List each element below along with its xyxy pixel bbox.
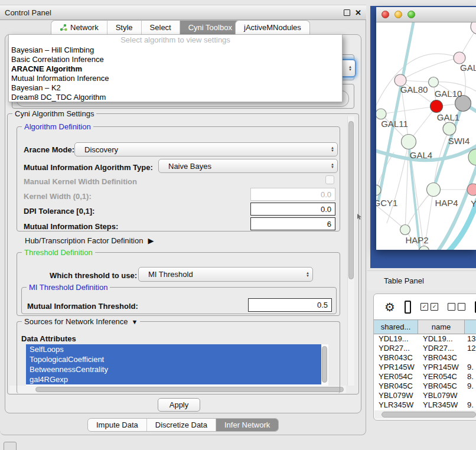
kernel-width-field[interactable]: 0.0 <box>250 188 335 201</box>
tab-cyni-toolbox[interactable]: Cyni Toolbox <box>180 21 240 34</box>
mi-threshold-field[interactable]: 0.5 <box>248 298 332 312</box>
table-horizontal-scrollbar[interactable] <box>374 410 476 419</box>
tab-label: Infer Network <box>224 420 270 429</box>
algorithm-dropdown-popup: Select algorithm to view settings Bayesi… <box>8 34 343 102</box>
cell: YBR045C <box>418 381 465 391</box>
apply-button-label: Apply <box>169 400 189 409</box>
disclosure-right-icon[interactable]: ▶ <box>148 236 154 245</box>
attribute-item[interactable]: TopologicalCoefficient <box>26 354 321 364</box>
select-all-checkboxes-icon[interactable]: ✓✓ <box>420 303 438 311</box>
dropdown-item[interactable]: Bayesian – Hill Climbing <box>9 45 342 55</box>
tab-infer-network[interactable]: Infer Network <box>216 419 278 431</box>
mi-steps-label: Mutual Information Steps: <box>24 222 118 231</box>
cell: YDL19... <box>418 334 465 344</box>
data-attributes-list[interactable]: SelfLoops TopologicalCoefficient Between… <box>26 344 328 386</box>
cell <box>465 353 476 363</box>
table-row[interactable]: YDL19...YDL19...13 <box>374 334 476 344</box>
split-columns-icon[interactable] <box>405 301 411 314</box>
tab-style[interactable]: Style <box>107 21 142 34</box>
node-label: GAL80 <box>400 84 428 94</box>
aracne-mode-label: Aracne Mode: <box>24 145 74 154</box>
tab-select[interactable]: Select <box>142 21 180 34</box>
attribute-item[interactable]: gal4RGexp <box>26 374 321 384</box>
table-row[interactable]: YDR27...YDR27...12 <box>374 344 476 353</box>
node-gal1[interactable] <box>443 122 456 135</box>
manual-kernel-checkbox[interactable] <box>325 175 334 184</box>
dropdown-item[interactable]: Bayesian – K2 <box>9 83 342 93</box>
deselect-all-checkboxes-icon[interactable] <box>448 303 465 311</box>
tab-network[interactable]: Network <box>51 21 107 34</box>
tab-label: Discretize Data <box>155 420 207 429</box>
data-attributes-label: Data Attributes <box>21 334 76 343</box>
which-threshold-combobox[interactable]: MI Threshold ▲▼ <box>138 267 313 282</box>
table-row[interactable]: YPR145WYPR145W9. <box>374 363 476 372</box>
hub-definition-label: Hub/Transcription Factor Definition <box>25 236 143 245</box>
attribute-item[interactable]: SelfLoops <box>26 344 321 354</box>
column-header-name[interactable]: name <box>418 320 465 334</box>
dpi-tolerance-value: 0.0 <box>321 205 331 214</box>
table-row[interactable]: YBL079WYBL079W <box>374 391 476 400</box>
close-icon[interactable]: ✕ <box>355 9 361 17</box>
dropdown-item[interactable]: Basic Correlation Inference <box>9 55 342 64</box>
zoom-traffic-light-icon[interactable] <box>407 11 415 18</box>
vertical-scrollbar-thumb[interactable] <box>348 121 354 279</box>
hub-definition-row[interactable]: Hub/Transcription Factor Definition ▶ <box>25 236 154 245</box>
attributes-scrollbar-thumb[interactable] <box>322 346 327 383</box>
tab-impute-data[interactable]: Impute Data <box>88 419 147 431</box>
node-gal10[interactable] <box>429 77 439 87</box>
cell: YPR145W <box>418 363 465 372</box>
table-row[interactable]: YER054CYER054C8. <box>374 372 476 381</box>
dropdown-item-selected[interactable]: ARACNE Algorithm <box>9 64 342 74</box>
bottom-left-widget[interactable] <box>4 442 17 450</box>
node-gal4[interactable] <box>402 135 416 149</box>
table-body[interactable]: YDL19...YDL19...13 YDR27...YDR27...12 YB… <box>374 334 476 411</box>
attribute-item[interactable]: BetweennessCentrality <box>26 364 321 374</box>
cell: YLR345W <box>418 400 465 410</box>
sources-title: Sources for Network Inference ▼ <box>22 317 140 326</box>
mouse-cursor <box>357 214 363 221</box>
node-gal-partial[interactable] <box>454 52 465 64</box>
dpi-tolerance-field[interactable]: 0.0 <box>250 203 335 216</box>
dropdown-item[interactable]: Dream8 DC_TDC Algorithm <box>9 93 342 102</box>
node-salmon[interactable] <box>467 184 476 195</box>
network-view-window[interactable]: GAL80 GAL10 GAL1 GAL11 SWI4 GAL4 GCY1 HA… <box>376 7 476 250</box>
sources-title-text: Sources for Network Inference <box>24 317 128 326</box>
float-window-icon[interactable] <box>344 9 350 16</box>
node-label: HAP2 <box>405 235 428 245</box>
minimize-traffic-light-icon[interactable] <box>395 11 402 18</box>
control-panel-titlebar[interactable]: Control Panel ✕ <box>0 5 366 20</box>
node-label: HAP4 <box>435 198 458 208</box>
column-header-partial[interactable] <box>465 320 476 334</box>
column-header-shared[interactable]: shared... <box>374 320 418 334</box>
node-hap4[interactable] <box>427 183 441 197</box>
cell: YBR043C <box>418 353 465 363</box>
close-traffic-light-icon[interactable] <box>382 11 389 18</box>
mi-type-combobox[interactable]: Naive Bayes ▲▼ <box>158 159 338 173</box>
node[interactable] <box>471 22 476 34</box>
table-scrollbar-thumb[interactable] <box>382 412 476 418</box>
gear-icon[interactable]: ⚙ <box>384 301 395 313</box>
node-hap2[interactable] <box>400 225 410 235</box>
network-canvas[interactable]: GAL80 GAL10 GAL1 GAL11 SWI4 GAL4 GCY1 HA… <box>376 22 476 250</box>
mi-steps-field[interactable]: 6 <box>250 217 335 230</box>
network-window-titlebar[interactable] <box>376 7 476 22</box>
apply-button[interactable]: Apply <box>158 398 200 412</box>
table-row[interactable]: YBR043CYBR043C <box>374 353 476 363</box>
node-label: GAL11 <box>381 119 408 129</box>
tab-label: jActiveMNodules <box>244 23 301 32</box>
combo-stepper-icon: ▲▼ <box>306 272 312 278</box>
table-panel-header[interactable]: Table Panel <box>367 270 476 291</box>
table-row[interactable]: YLR345WYLR345W9. <box>374 400 476 410</box>
table-row[interactable]: YBR045CYBR045C9. <box>374 381 476 391</box>
node-gal11[interactable] <box>376 109 386 119</box>
settings-vertical-scrollbar[interactable] <box>347 116 354 386</box>
disclosure-down-icon[interactable]: ▼ <box>132 318 138 325</box>
node-red[interactable] <box>431 100 443 113</box>
cell: YBR045C <box>374 381 418 391</box>
combo-stepper-icon: ▲▼ <box>331 163 337 169</box>
aracne-mode-combobox[interactable]: Discovery ▲▼ <box>74 142 338 156</box>
dropdown-item[interactable]: Mutual Information Inference <box>9 74 342 83</box>
tab-discretize-data[interactable]: Discretize Data <box>147 419 216 431</box>
attributes-scrollbar[interactable] <box>321 344 328 386</box>
tab-jactivemnodules[interactable]: jActiveMNodules <box>236 21 309 34</box>
